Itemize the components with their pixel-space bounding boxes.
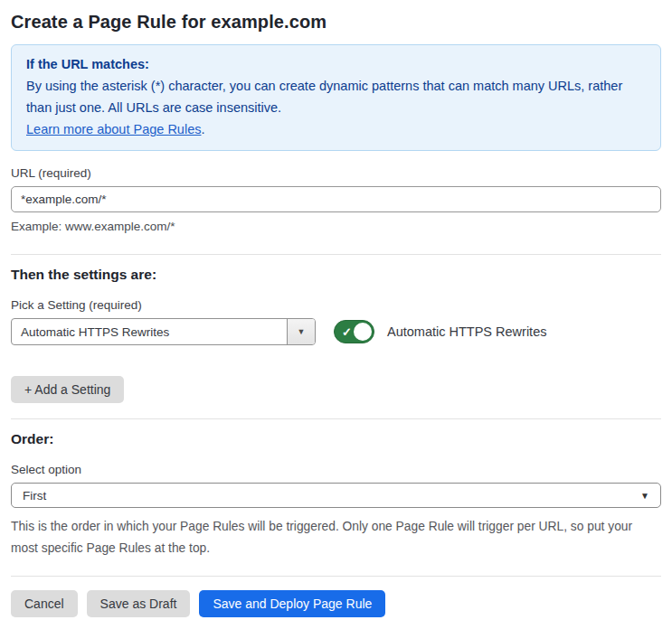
order-description: This is the order in which your Page Rul… (11, 516, 661, 559)
info-box-body: By using the asterisk (*) character, you… (26, 75, 646, 118)
toggle-label: Automatic HTTPS Rewrites (387, 324, 546, 339)
save-and-deploy-button[interactable]: Save and Deploy Page Rule (199, 590, 385, 617)
checkmark-icon: ✓ (342, 325, 352, 339)
https-rewrites-toggle[interactable]: ✓ (334, 320, 374, 343)
page-rule-form: Create a Page Rule for example.com If th… (0, 12, 672, 617)
setting-select[interactable]: Automatic HTTPS Rewrites ▼ (11, 318, 316, 345)
info-box-link-line: Learn more about Page Rules. (26, 118, 646, 140)
url-label: URL (required) (11, 166, 661, 180)
order-select-label: Select option (11, 463, 661, 476)
divider (11, 418, 661, 419)
learn-more-link[interactable]: Learn more about Page Rules (26, 122, 201, 136)
url-hint: Example: www.example.com/* (11, 220, 661, 233)
chevron-down-icon: ▼ (640, 491, 649, 501)
order-select-value: First (23, 489, 46, 503)
setting-select-arrow-button[interactable]: ▼ (287, 319, 315, 344)
cancel-button[interactable]: Cancel (11, 590, 78, 617)
divider (11, 576, 661, 577)
setting-picker-row: Automatic HTTPS Rewrites ▼ ✓ Automatic H… (11, 318, 661, 345)
chevron-down-icon: ▼ (298, 327, 306, 336)
link-suffix: . (201, 122, 204, 136)
page-title: Create a Page Rule for example.com (11, 12, 661, 33)
setting-picker-label: Pick a Setting (required) (11, 298, 661, 312)
footer-actions: Cancel Save as Draft Save and Deploy Pag… (11, 590, 661, 617)
order-select[interactable]: First ▼ (11, 483, 661, 508)
setting-select-value: Automatic HTTPS Rewrites (12, 325, 169, 339)
order-section-heading: Order: (11, 431, 661, 447)
url-input[interactable] (11, 186, 661, 212)
url-match-info-box: If the URL matches: By using the asteris… (11, 44, 661, 151)
info-box-heading: If the URL matches: (26, 53, 646, 75)
toggle-knob (354, 323, 372, 341)
add-setting-button[interactable]: + Add a Setting (11, 376, 124, 403)
divider (11, 254, 661, 255)
save-as-draft-button[interactable]: Save as Draft (87, 590, 191, 617)
settings-section-heading: Then the settings are: (11, 267, 661, 283)
